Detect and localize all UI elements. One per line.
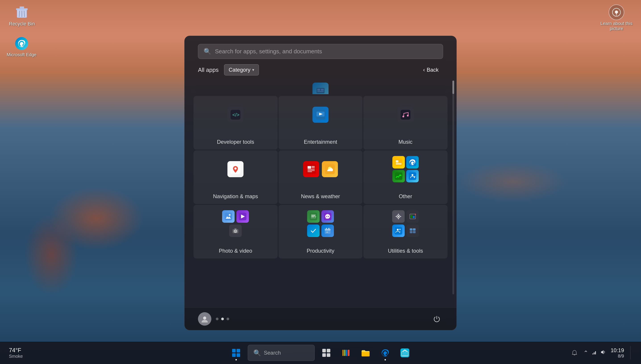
category-name-other: Other — [399, 193, 412, 200]
show-desktop-button[interactable] — [630, 346, 632, 360]
svg-rect-75 — [410, 228, 412, 230]
taskbar-right: ⌃ 10:19 8/9 — [570, 346, 632, 360]
weather-description: Smoke — [9, 354, 23, 359]
category-productivity[interactable]: 15 Productivity — [278, 205, 363, 258]
music-icon — [398, 107, 414, 123]
svg-rect-67 — [396, 216, 396, 217]
svg-rect-26 — [308, 169, 315, 170]
svg-rect-97 — [595, 351, 596, 354]
svg-rect-27 — [308, 170, 315, 171]
store-button[interactable] — [397, 345, 413, 361]
svg-rect-78 — [413, 231, 416, 233]
svg-rect-95 — [592, 354, 593, 354]
weather-icon — [322, 161, 338, 177]
svg-rect-50 — [311, 214, 316, 219]
category-button[interactable]: Category ▾ — [224, 64, 259, 76]
util-row2 — [392, 224, 419, 237]
back-label: Back — [427, 67, 438, 73]
category-label: Category — [229, 67, 250, 73]
start-button[interactable] — [228, 345, 244, 361]
library-button[interactable] — [338, 345, 354, 361]
svg-rect-2 — [20, 6, 24, 8]
system-clock[interactable]: 10:19 8/9 — [611, 347, 624, 359]
task-view-button[interactable] — [318, 345, 334, 361]
svg-rect-87 — [327, 353, 330, 357]
people-icon — [392, 224, 405, 237]
svg-rect-32 — [396, 160, 398, 162]
start-menu-search[interactable]: 🔍 Search for apps, settings, and documen… — [198, 44, 443, 59]
weather-widget[interactable]: 74°F Smoke — [9, 347, 23, 359]
chevron-down-icon: ▾ — [252, 68, 254, 72]
task-view-wrapper — [318, 345, 334, 361]
edge-icon-label: Microsoft Edge — [7, 52, 36, 57]
back-button[interactable]: ‹ Back — [419, 64, 443, 75]
svg-point-48 — [235, 230, 236, 232]
start-button-wrapper — [228, 345, 244, 361]
weather-temperature: 74°F — [9, 347, 21, 354]
category-news-weather[interactable]: News & weather — [278, 150, 363, 204]
scrollbar-track[interactable] — [452, 80, 454, 294]
svg-rect-53 — [311, 217, 314, 217]
back-arrow-icon: ‹ — [423, 67, 425, 73]
svg-rect-72 — [394, 227, 402, 234]
apps-scroll-area[interactable]: </> Developer tools — [184, 81, 456, 308]
files-icon — [392, 156, 405, 168]
svg-rect-25 — [312, 168, 315, 168]
category-entertainment[interactable]: Entertainment — [278, 96, 363, 150]
edge-circle — [15, 37, 28, 50]
svg-rect-88 — [342, 350, 344, 356]
chevron-up-icon[interactable]: ⌃ — [584, 350, 588, 356]
learn-picture-button[interactable]: Learn about this picture — [598, 4, 634, 31]
photo-video-icons — [222, 210, 249, 237]
category-navigation[interactable]: Navigation & maps — [194, 150, 278, 204]
settings-icon — [392, 210, 405, 223]
svg-rect-90 — [346, 350, 347, 356]
category-utilities[interactable]: Utilities & tools — [363, 205, 448, 258]
svg-rect-96 — [594, 352, 594, 354]
taskbar-search[interactable]: 🔍 Search — [248, 345, 315, 361]
file-explorer-button[interactable] — [358, 345, 374, 361]
connect-icon — [406, 170, 419, 182]
scrollbar-thumb[interactable] — [452, 80, 454, 94]
other-icons-grid — [392, 156, 419, 182]
power-button[interactable] — [430, 313, 443, 325]
news-weather-icons — [303, 156, 338, 182]
category-name-entertainment: Entertainment — [304, 139, 337, 145]
svg-rect-17 — [400, 110, 410, 120]
svg-point-79 — [203, 316, 206, 320]
taskbar: 74°F Smoke 🔍 Search — [0, 342, 641, 364]
news-icon — [303, 161, 319, 177]
photo-row2 — [229, 224, 242, 237]
svg-rect-85 — [327, 349, 330, 352]
category-other[interactable]: Other — [363, 150, 448, 204]
edge-taskbar-wrapper — [377, 345, 393, 361]
clock-date: 8/9 — [618, 354, 624, 359]
recycle-bin[interactable]: Recycle Bin — [9, 4, 35, 27]
svg-rect-9 — [318, 89, 320, 90]
photos-icon — [222, 210, 234, 223]
partial-top-row — [194, 81, 448, 94]
user-avatar[interactable] — [198, 312, 211, 326]
prod-row2: 15 — [307, 224, 334, 237]
svg-rect-28 — [308, 172, 312, 172]
svg-point-74 — [399, 229, 400, 230]
category-developer-tools[interactable]: </> Developer tools — [194, 96, 278, 150]
other-icons — [392, 156, 419, 182]
partial-icon — [312, 82, 328, 94]
svg-rect-69 — [410, 214, 416, 219]
maps-icon — [228, 161, 244, 177]
category-music[interactable]: Music — [363, 96, 448, 150]
edge-taskbar-button[interactable] — [377, 345, 393, 361]
svg-rect-60 — [328, 228, 329, 229]
svg-rect-81 — [236, 349, 240, 352]
recycle-bin-icon — [14, 4, 30, 20]
category-photo-video[interactable]: Photo & video — [194, 205, 278, 258]
svg-rect-80 — [232, 349, 236, 352]
notification-button[interactable] — [570, 348, 579, 357]
edge-desktop-icon[interactable]: Microsoft Edge — [7, 36, 36, 57]
network-icon[interactable] — [591, 349, 597, 357]
edge-icon-small — [406, 156, 419, 168]
volume-icon[interactable] — [600, 349, 606, 357]
svg-rect-39 — [224, 213, 232, 220]
taskbar-left: 74°F Smoke — [9, 347, 27, 359]
